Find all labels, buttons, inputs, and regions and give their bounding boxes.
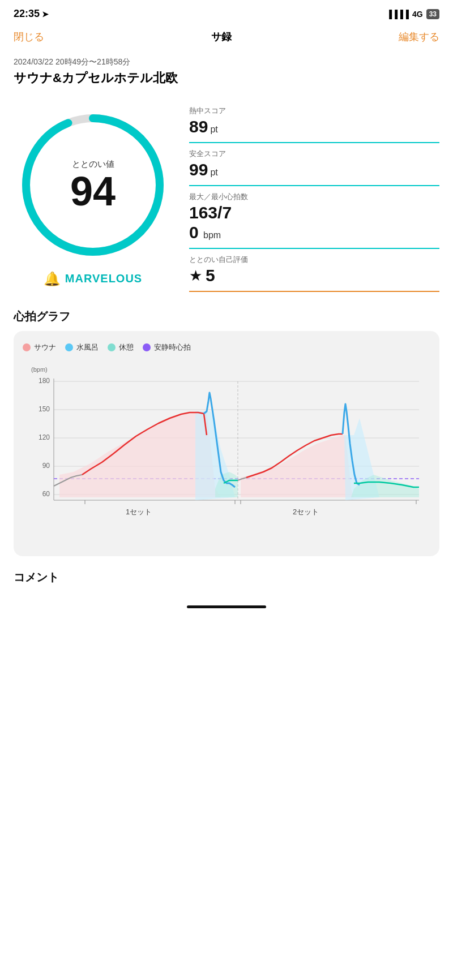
stat-value-safety: 99 pt <box>189 160 439 179</box>
nav-bar: 閉じる サ録 編集する <box>0 24 453 51</box>
record-header: 2024/03/22 20時49分〜21時58分 サウナ&カプセルホテル北欧 <box>0 51 453 94</box>
stats-panel: 熱中スコア 89 pt 安全スコア 99 pt 最大／最小心拍数 163/7 0… <box>189 100 439 292</box>
graph-section: 心拍グラフ サウナ 水風呂 休憩 安静時心拍 <box>0 303 453 556</box>
heart-rate-chart: 180 150 120 90 60 (bpm) <box>23 362 430 543</box>
network-type: 4G <box>412 10 423 19</box>
svg-text:90: 90 <box>42 462 50 470</box>
stat-item-safety: 安全スコア 99 pt <box>189 143 439 186</box>
nav-title: サ録 <box>211 30 232 44</box>
legend-rest: 休憩 <box>108 342 134 353</box>
graph-title: 心拍グラフ <box>14 309 439 324</box>
marvelous-row: 🔔 MARVELOUS <box>14 271 172 287</box>
svg-text:1セット: 1セット <box>126 508 152 516</box>
comment-title: コメント <box>14 570 439 585</box>
legend-dot-rest <box>108 343 116 351</box>
battery-indicator: 33 <box>426 9 439 19</box>
circle-inner: ととのい値 94 <box>70 158 116 211</box>
stat-label-heat: 熱中スコア <box>189 106 439 116</box>
marvelous-icon: 🔔 <box>44 271 61 287</box>
record-name: サウナ&カプセルホテル北欧 <box>14 70 439 87</box>
graph-card: サウナ 水風呂 休憩 安静時心拍 180 150 120 90 <box>14 331 439 556</box>
comment-section: コメント <box>0 556 453 596</box>
svg-text:180: 180 <box>39 377 50 385</box>
stat-item-heat: 熱中スコア 89 pt <box>189 100 439 143</box>
home-bar <box>187 605 266 608</box>
location-icon: ➤ <box>42 10 49 19</box>
status-time: 22:35 ➤ <box>14 8 49 20</box>
legend-sauna: サウナ <box>23 342 56 353</box>
stat-value-heat: 89 pt <box>189 117 439 136</box>
circle-gauge: ととのい値 94 <box>14 106 172 264</box>
stat-label-hr: 最大／最小心拍数 <box>189 192 439 202</box>
legend-dot-cold <box>65 343 73 351</box>
marvelous-text: MARVELOUS <box>65 272 142 285</box>
status-bar: 22:35 ➤ ▐▐▐▐ 4G 33 <box>0 0 453 24</box>
time-display: 22:35 <box>14 8 40 20</box>
stat-label-safety: 安全スコア <box>189 149 439 159</box>
stat-item-hr: 最大／最小心拍数 163/7 0 bpm <box>189 186 439 249</box>
stat-value-hr: 163/7 0 bpm <box>189 203 439 242</box>
score-area: ととのい値 94 🔔 MARVELOUS 熱中スコア 89 pt 安全スコア 9… <box>0 94 453 303</box>
chart-wrapper: 180 150 120 90 60 (bpm) <box>23 362 430 545</box>
svg-text:(bpm): (bpm) <box>31 366 48 373</box>
record-date: 2024/03/22 20時49分〜21時58分 <box>14 57 439 67</box>
star-row: ★ 5 <box>189 266 439 285</box>
home-indicator <box>0 596 453 614</box>
status-right: ▐▐▐▐ 4G 33 <box>386 9 439 19</box>
stat-label-rating: ととのい自己評価 <box>189 255 439 265</box>
star-number: 5 <box>206 266 215 285</box>
edit-button[interactable]: 編集する <box>399 30 439 44</box>
close-button[interactable]: 閉じる <box>14 30 44 44</box>
legend-dot-sauna <box>23 343 31 351</box>
circle-gauge-container: ととのい値 94 🔔 MARVELOUS <box>14 106 172 287</box>
svg-text:150: 150 <box>39 405 50 413</box>
circle-value: 94 <box>70 170 116 211</box>
svg-text:2セット: 2セット <box>293 508 319 516</box>
signal-icon: ▐▐▐▐ <box>386 10 409 19</box>
stat-item-rating: ととのい自己評価 ★ 5 <box>189 249 439 292</box>
legend-cold: 水風呂 <box>65 342 99 353</box>
svg-text:60: 60 <box>42 490 50 498</box>
legend-resting-hr: 安静時心拍 <box>143 342 191 353</box>
legend-row: サウナ 水風呂 休憩 安静時心拍 <box>23 342 430 353</box>
legend-dot-resting-hr <box>143 343 151 351</box>
star-icon: ★ <box>189 267 202 285</box>
svg-text:120: 120 <box>39 433 50 441</box>
